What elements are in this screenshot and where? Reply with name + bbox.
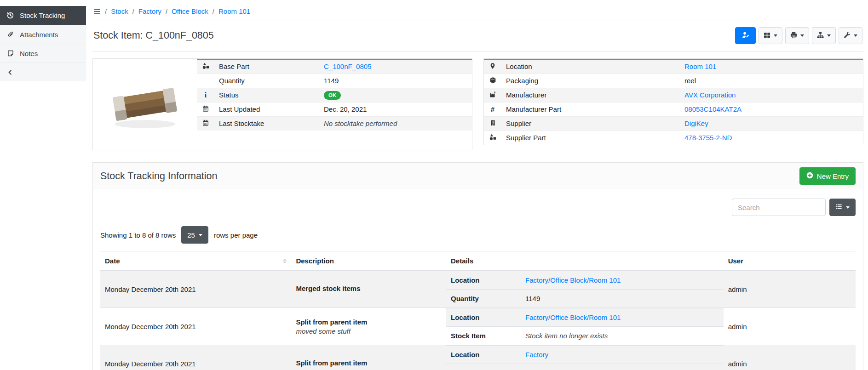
breadcrumb-separator: /: [213, 7, 214, 15]
page-title: Stock Item: C_100nF_0805: [93, 30, 214, 41]
sidebar-item-label: Attachments: [20, 31, 58, 39]
table-row: Location Room 101: [484, 59, 863, 74]
table-row: Base Part C_100nF_0805: [197, 59, 472, 74]
last-updated-value: Dec. 20, 2021: [319, 102, 472, 116]
breadcrumb-separator: /: [132, 7, 134, 15]
calendar-icon: [197, 116, 214, 131]
part-thumbnail[interactable]: [93, 59, 197, 150]
location-link[interactable]: Factory/Office Block/Room 101: [525, 313, 621, 321]
stock-item-details: Base Part C_100nF_0805 Quantity 1149 i S…: [92, 58, 863, 150]
chevron-left-icon: [6, 69, 15, 76]
table-row: Last Stocktake No stocktake performed: [197, 116, 472, 131]
chevron-down-icon: [800, 34, 804, 37]
note-icon: [6, 50, 15, 57]
column-header-description[interactable]: Description: [291, 251, 446, 271]
user-edit-icon: [742, 31, 749, 40]
page: Stock Tracking Attachments Notes /: [0, 0, 868, 370]
sidebar-item-notes[interactable]: Notes: [0, 44, 86, 63]
detail-label: Last Updated: [214, 102, 319, 116]
breadcrumb-link-room-101[interactable]: Room 101: [218, 7, 250, 15]
stock-summary-table: Base Part C_100nF_0805 Quantity 1149 i S…: [197, 59, 472, 131]
paperclip-icon: [6, 31, 15, 38]
entry-details-table: LocationFactory/Office Block/Room 101 Qu…: [446, 271, 724, 307]
status-badge: OK: [324, 91, 341, 100]
sidebar-collapse-button[interactable]: [0, 63, 86, 81]
sitemap-dropdown-button[interactable]: [812, 27, 836, 44]
detail-label: Quantity: [214, 74, 319, 88]
table-row: i Status OK: [197, 88, 472, 102]
stock-summary-card: Base Part C_100nF_0805 Quantity 1149 i S…: [92, 58, 472, 150]
section-body: Showing 1 to 8 of 8 rows 25 rows per pag…: [93, 189, 863, 370]
search-input[interactable]: [732, 199, 826, 216]
breadcrumb-link-factory[interactable]: Factory: [138, 7, 161, 15]
new-entry-button[interactable]: New Entry: [799, 167, 856, 185]
detail-label: Supplier: [501, 116, 680, 131]
supplier-link[interactable]: DigiKey: [684, 120, 708, 127]
header-toolbar: [735, 27, 862, 44]
sidebar-item-label: Stock Tracking: [20, 11, 65, 19]
detail-label: Manufacturer: [501, 88, 680, 102]
entry-description: Split from parent item: [296, 318, 442, 326]
tools-dropdown-button[interactable]: [839, 27, 862, 44]
new-entry-label: New Entry: [817, 172, 849, 180]
rows-per-page-label: rows per page: [214, 231, 258, 239]
table-row: Quantity 1149: [197, 74, 472, 88]
breadcrumb: / Stock / Factory / Office Block / Room …: [92, 6, 863, 21]
detail-value: 1149: [521, 290, 724, 308]
table-header-row: Date Description Details User: [100, 251, 856, 271]
detail-label: Packaging: [501, 74, 680, 88]
entry-details-table: LocationFactory/Office Block/Room 101 St…: [446, 308, 724, 345]
printer-icon: [790, 32, 797, 40]
column-header-user[interactable]: User: [724, 251, 856, 271]
entry-note: moved some stuff: [296, 327, 442, 335]
column-header-date[interactable]: Date: [100, 251, 291, 271]
manufacturer-part-link[interactable]: 08053C104KAT2A: [684, 105, 742, 113]
map-marker-icon: [484, 59, 501, 74]
sidebar-item-stock-tracking[interactable]: Stock Tracking: [0, 6, 86, 25]
detail-label: Manufacturer Part: [501, 102, 680, 116]
box-icon: [484, 74, 501, 88]
sidebar-item-attachments[interactable]: Attachments: [0, 25, 86, 44]
table-row[interactable]: Monday December 20th 2021 Split from par…: [100, 345, 856, 370]
base-part-link[interactable]: C_100nF_0805: [324, 63, 371, 70]
table-row: Packaging reel: [484, 74, 863, 88]
main-content: / Stock / Factory / Office Block / Room …: [86, 0, 868, 370]
tools-icon: [844, 32, 851, 40]
print-dropdown-button[interactable]: [785, 27, 809, 44]
detail-label: Location: [446, 308, 521, 327]
entry-details-table: LocationFactory Stock ItemStock item no …: [446, 345, 724, 370]
location-link[interactable]: Room 101: [684, 63, 716, 70]
detail-label: Location: [446, 271, 521, 290]
table-row[interactable]: Monday December 20th 2021 Merged stock i…: [100, 271, 856, 308]
page-size-dropdown[interactable]: 25: [181, 226, 208, 244]
section-header: Stock Tracking Information New Entry: [93, 163, 863, 189]
column-header-details[interactable]: Details: [446, 251, 724, 271]
manufacturer-link[interactable]: AVX Corporation: [684, 91, 736, 99]
user-edit-button[interactable]: [735, 27, 756, 44]
entry-user: admin: [724, 271, 856, 308]
plus-circle-icon: [806, 172, 813, 180]
detail-label: Location: [501, 59, 680, 74]
supplier-part-link[interactable]: 478-3755-2-ND: [684, 134, 732, 142]
breadcrumb-link-office-block[interactable]: Office Block: [172, 7, 208, 15]
menu-icon[interactable]: [93, 8, 101, 15]
location-link[interactable]: Factory: [525, 351, 548, 359]
history-icon: [6, 11, 15, 19]
entry-description: Merged stock items: [296, 285, 442, 292]
building-icon: [484, 116, 501, 131]
detail-label: Stock Item: [446, 364, 521, 370]
shapes-icon: [484, 131, 501, 145]
columns-dropdown-button[interactable]: [829, 199, 856, 216]
sort-icon[interactable]: [283, 259, 287, 263]
calendar-icon: [197, 102, 214, 116]
capacitor-image: [101, 70, 189, 139]
grid-dropdown-button[interactable]: [759, 27, 782, 44]
entry-date: Monday December 20th 2021: [100, 308, 291, 345]
breadcrumb-link-stock[interactable]: Stock: [111, 7, 128, 15]
entry-date: Monday December 20th 2021: [100, 271, 291, 308]
table-row[interactable]: Monday December 20th 2021 Split from par…: [100, 308, 856, 345]
location-link[interactable]: Factory/Office Block/Room 101: [525, 276, 621, 284]
stock-location-table: Location Room 101 Packaging reel: [484, 59, 863, 145]
sidebar-item-label: Notes: [20, 50, 38, 57]
packaging-value: reel: [680, 74, 863, 88]
